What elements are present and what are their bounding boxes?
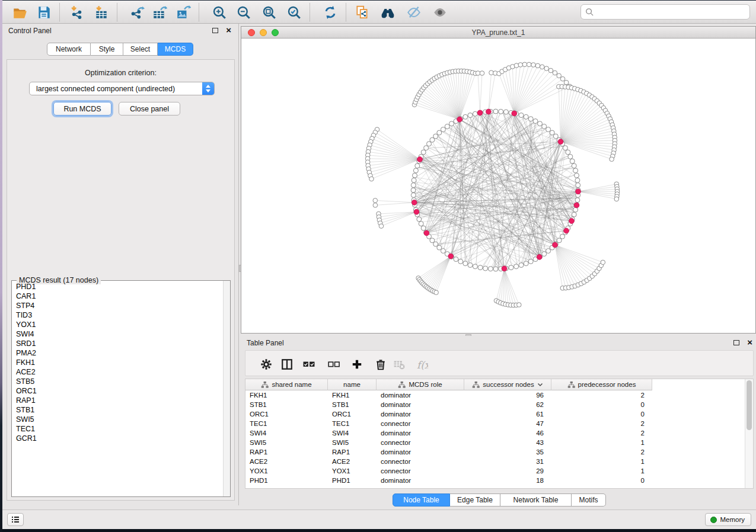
network-node[interactable] xyxy=(553,134,558,139)
satellite-node[interactable] xyxy=(514,63,519,68)
network-node[interactable] xyxy=(463,261,468,266)
network-node[interactable] xyxy=(573,168,578,173)
delete-row-button[interactable] xyxy=(373,357,388,371)
network-node[interactable] xyxy=(441,127,445,132)
cell-shared-name[interactable]: FKH1 xyxy=(245,390,328,400)
network-node[interactable] xyxy=(413,173,417,178)
network-node[interactable] xyxy=(572,212,576,217)
dominator-node[interactable] xyxy=(477,110,483,116)
memory-button[interactable]: Memory xyxy=(705,513,751,526)
mcds-result-node[interactable]: STB5 xyxy=(12,377,222,386)
satellite-node[interactable] xyxy=(434,290,439,295)
close-panel-icon[interactable]: × xyxy=(226,25,231,36)
cell-name[interactable]: SWI4 xyxy=(328,428,377,438)
cell-successor-nodes[interactable]: 61 xyxy=(464,409,551,419)
cell-name[interactable]: RAP1 xyxy=(328,447,377,457)
cell-predecessor-nodes[interactable]: 1 xyxy=(551,466,652,476)
cell-MCDS-role[interactable]: dominator xyxy=(377,409,464,419)
cell-MCDS-role[interactable]: dominator xyxy=(377,390,464,400)
mcds-result-list[interactable]: PHD1CAR1STP4TID3YOX1SWI4SRD1PMA2FKH1ACE2… xyxy=(12,282,222,495)
dominator-node[interactable] xyxy=(537,254,542,259)
network-node[interactable] xyxy=(437,130,442,135)
satellite-node[interactable] xyxy=(553,70,557,75)
mcds-result-node[interactable]: TID3 xyxy=(12,310,222,320)
select-all-button[interactable] xyxy=(301,357,317,371)
cell-shared-name[interactable]: TEC1 xyxy=(245,419,328,428)
cell-MCDS-role[interactable]: dominator xyxy=(377,400,464,409)
network-node[interactable] xyxy=(473,264,477,269)
dominator-node[interactable] xyxy=(486,109,492,114)
cell-MCDS-role[interactable]: dominator xyxy=(377,428,464,438)
dominator-node[interactable] xyxy=(564,228,569,233)
cell-successor-nodes[interactable]: 47 xyxy=(464,419,551,428)
dominator-node[interactable] xyxy=(448,254,454,259)
cell-predecessor-nodes[interactable]: 0 xyxy=(551,476,652,485)
network-node[interactable] xyxy=(445,124,449,129)
network-node[interactable] xyxy=(514,264,519,269)
mcds-result-node[interactable]: STB1 xyxy=(12,405,222,415)
optimization-criterion-select[interactable]: largest connected component (undirected) xyxy=(29,82,215,95)
export-table-button[interactable] xyxy=(151,4,168,21)
cell-name[interactable]: PHD1 xyxy=(328,476,377,485)
search-box[interactable] xyxy=(580,4,750,20)
network-node[interactable] xyxy=(573,207,578,212)
network-node[interactable] xyxy=(421,150,426,155)
mcds-result-node[interactable]: RAP1 xyxy=(12,396,222,405)
satellite-node[interactable] xyxy=(564,80,569,85)
satellite-node[interactable] xyxy=(557,73,562,78)
mcds-result-node[interactable]: SWI4 xyxy=(12,329,222,339)
satellite-node[interactable] xyxy=(560,76,565,81)
column-header-predecessor-nodes[interactable]: predecessor nodes xyxy=(551,379,652,390)
tab-network[interactable]: Network xyxy=(47,43,91,56)
dominator-node[interactable] xyxy=(457,117,462,122)
satellite-node[interactable] xyxy=(548,68,553,73)
table-row[interactable]: STB1STB1dominator620 xyxy=(245,400,745,409)
network-node[interactable] xyxy=(458,259,463,264)
satellite-node[interactable] xyxy=(522,62,527,67)
network-node[interactable] xyxy=(572,164,576,168)
network-node[interactable] xyxy=(560,234,565,239)
mcds-result-node[interactable]: CAR1 xyxy=(12,291,222,301)
cell-successor-nodes[interactable]: 29 xyxy=(464,466,551,476)
cell-successor-nodes[interactable]: 43 xyxy=(464,438,551,447)
network-node[interactable] xyxy=(412,178,416,182)
add-row-button[interactable] xyxy=(349,357,365,371)
cell-shared-name[interactable]: RAP1 xyxy=(245,447,328,457)
float-table-panel-icon[interactable] xyxy=(733,340,739,345)
column-header-MCDS-role[interactable]: MCDS role xyxy=(377,379,464,390)
network-node[interactable] xyxy=(493,109,498,114)
column-header-successor-nodes[interactable]: successor nodes xyxy=(464,379,551,390)
cell-MCDS-role[interactable]: dominator xyxy=(377,447,464,457)
network-node[interactable] xyxy=(568,154,573,159)
mcds-result-node[interactable]: SWI5 xyxy=(12,415,222,424)
network-node[interactable] xyxy=(427,142,432,146)
dominator-node[interactable] xyxy=(417,157,423,162)
close-table-panel-icon[interactable]: × xyxy=(747,337,752,348)
run-mcds-button[interactable]: Run MCDS xyxy=(53,102,111,116)
network-node[interactable] xyxy=(575,198,580,203)
network-node[interactable] xyxy=(575,178,580,182)
network-node[interactable] xyxy=(433,134,438,139)
network-node[interactable] xyxy=(542,124,547,129)
network-node[interactable] xyxy=(463,114,468,119)
network-node[interactable] xyxy=(509,265,513,270)
zoom-selected-button[interactable] xyxy=(285,4,303,21)
table-row[interactable]: PHD1PHD1dominator180 xyxy=(245,476,745,485)
open-file-button[interactable] xyxy=(11,4,28,21)
satellite-node[interactable] xyxy=(535,63,540,68)
network-node[interactable] xyxy=(413,168,418,173)
cell-name[interactable]: ACE2 xyxy=(328,457,377,466)
network-node[interactable] xyxy=(557,238,562,243)
column-header-name[interactable]: name xyxy=(328,379,377,390)
cell-shared-name[interactable]: SWI4 xyxy=(245,428,328,438)
network-node[interactable] xyxy=(519,263,524,268)
network-node[interactable] xyxy=(478,265,483,270)
network-node[interactable] xyxy=(411,193,416,197)
copy-network-button[interactable] xyxy=(353,4,371,21)
cell-shared-name[interactable]: YOX1 xyxy=(245,466,328,476)
network-node[interactable] xyxy=(430,137,435,142)
mcds-result-node[interactable]: PMA2 xyxy=(12,348,222,358)
network-node[interactable] xyxy=(503,110,508,114)
dominator-node[interactable] xyxy=(569,219,575,224)
dominator-node[interactable] xyxy=(574,203,579,208)
